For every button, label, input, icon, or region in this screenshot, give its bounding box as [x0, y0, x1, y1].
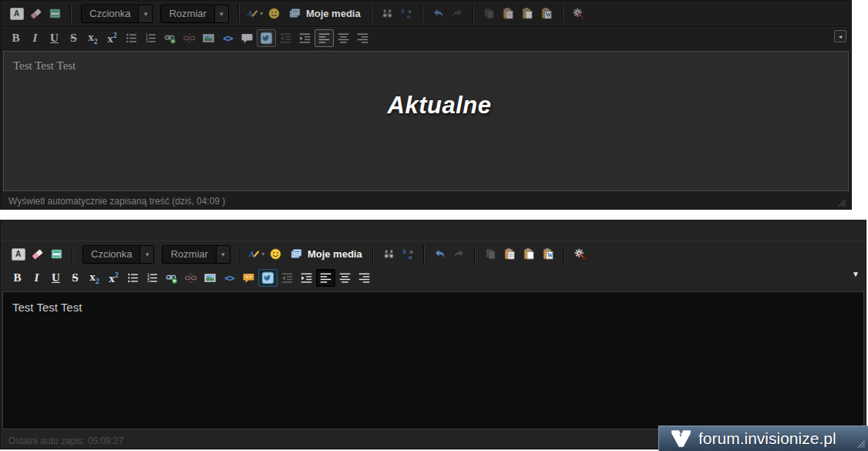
my-media-button[interactable]: Moje media: [284, 7, 365, 20]
resize-grip-icon[interactable]: [836, 197, 847, 208]
templates-button[interactable]: [45, 5, 65, 22]
my-media-button[interactable]: Moje media: [285, 247, 367, 261]
collapse-toolbar-button[interactable]: ▼: [852, 270, 860, 278]
align-right-button[interactable]: [353, 29, 372, 47]
outdent-button[interactable]: [276, 29, 295, 47]
content-text: Test Test Test: [13, 59, 76, 72]
align-right-button[interactable]: [355, 269, 374, 287]
smiley-icon: [269, 247, 282, 261]
indent-button[interactable]: [295, 29, 315, 47]
undo-button[interactable]: [429, 5, 448, 22]
find-button[interactable]: [379, 245, 399, 263]
size-dropdown[interactable]: Rozmiar ▾: [162, 245, 230, 264]
indent-button[interactable]: [297, 269, 316, 287]
emoticons-button[interactable]: [266, 245, 285, 263]
align-left-button[interactable]: [316, 269, 335, 287]
paste-plain-button[interactable]: [520, 245, 539, 263]
insert-link-button[interactable]: [160, 29, 180, 47]
paste-word-button[interactable]: [539, 245, 558, 263]
underline-button[interactable]: U: [45, 29, 64, 47]
align-center-button[interactable]: [335, 269, 355, 287]
insert-tweet-button[interactable]: [258, 269, 278, 287]
align-left-icon: [318, 32, 331, 45]
collapse-toolbar-button[interactable]: ◂: [834, 30, 846, 42]
paste-word-button[interactable]: [537, 5, 557, 22]
replace-button[interactable]: [399, 245, 418, 263]
text-color-button[interactable]: ▾: [247, 245, 266, 263]
paste-plain-button[interactable]: [518, 5, 537, 22]
watermark-label: Aktualne: [388, 92, 492, 119]
editor-old-toolbar-row1: A Czcionka ▾ Rozmiar ▾ ▾ Moje media: [1, 1, 851, 26]
insert-link-button[interactable]: [162, 269, 181, 287]
insert-quote-button[interactable]: [237, 29, 257, 47]
quote-bubble-icon: [242, 271, 255, 284]
emoticons-button[interactable]: [264, 5, 284, 22]
bullet-list-button[interactable]: [122, 29, 141, 47]
autosave-status-text: Wyświetl automatycznie zapisaną treść (d…: [8, 196, 225, 207]
chevron-down-icon: ▾: [138, 5, 152, 22]
paste-icon: [502, 7, 515, 20]
underline-button[interactable]: U: [46, 269, 66, 287]
outdent-button[interactable]: [278, 269, 297, 287]
insert-tweet-button[interactable]: [257, 29, 276, 47]
paste-button[interactable]: [499, 5, 518, 22]
source-icon: A: [10, 8, 24, 20]
subscript-button[interactable]: x2: [85, 269, 104, 287]
italic-button[interactable]: I: [27, 269, 46, 287]
underline-icon: U: [52, 272, 60, 284]
remove-link-button[interactable]: [180, 29, 199, 47]
undo-arrow-icon: [432, 7, 445, 20]
font-dropdown[interactable]: Czcionka ▾: [81, 5, 153, 23]
insert-code-button[interactable]: <>: [220, 269, 239, 287]
italic-icon: I: [33, 32, 38, 44]
templates-button[interactable]: [47, 245, 66, 263]
strikethrough-button[interactable]: S: [64, 29, 83, 47]
paste-button[interactable]: [500, 245, 520, 263]
editor-settings-button[interactable]: [569, 5, 588, 22]
text-color-button[interactable]: ▾: [245, 5, 264, 22]
insert-image-button[interactable]: [200, 269, 220, 287]
strikethrough-button[interactable]: S: [66, 269, 85, 287]
undo-button[interactable]: [430, 245, 449, 263]
size-dropdown[interactable]: Rozmiar ▾: [160, 5, 228, 23]
align-center-button[interactable]: [334, 29, 353, 47]
numbered-list-button[interactable]: [143, 269, 162, 287]
copy-button[interactable]: [479, 5, 499, 22]
insert-quote-button[interactable]: [239, 269, 258, 287]
insert-image-button[interactable]: [199, 29, 218, 47]
redo-arrow-icon: [453, 247, 466, 261]
bold-button[interactable]: B: [6, 29, 25, 47]
numbered-list-button[interactable]: [141, 29, 160, 47]
copy-button[interactable]: [481, 245, 500, 263]
remove-format-button[interactable]: [28, 245, 47, 263]
editor-new-content[interactable]: Test Test Test: [2, 291, 864, 429]
insert-code-button[interactable]: <>: [218, 29, 237, 47]
superscript-button[interactable]: x2: [103, 29, 122, 47]
eraser-icon: [31, 247, 44, 261]
align-left-button[interactable]: [315, 29, 334, 47]
source-button[interactable]: A: [7, 5, 26, 22]
image-icon: [204, 271, 217, 284]
find-button[interactable]: [378, 5, 397, 22]
redo-button[interactable]: [449, 245, 469, 263]
replace-button[interactable]: [397, 5, 416, 22]
remove-format-button[interactable]: [26, 5, 45, 22]
subscript-button[interactable]: x2: [83, 29, 103, 47]
redo-button[interactable]: [448, 5, 467, 22]
chevron-down-icon: ▾: [216, 246, 230, 263]
toolbar-separator: [238, 5, 240, 23]
smiley-icon: [267, 7, 281, 20]
editor-old-content[interactable]: Test Test Test: [3, 51, 849, 191]
superscript-button[interactable]: x2: [104, 269, 123, 287]
font-dropdown[interactable]: Czcionka ▾: [82, 245, 154, 264]
bullet-list-button[interactable]: [123, 269, 143, 287]
bold-button[interactable]: B: [8, 269, 27, 287]
source-button[interactable]: A: [8, 245, 28, 263]
italic-button[interactable]: I: [25, 29, 45, 47]
chevron-down-icon: ▾: [140, 246, 153, 263]
toolbar-separator: [422, 5, 423, 23]
site-branding-bar[interactable]: forum.invisionize.pl: [658, 426, 868, 451]
remove-link-button[interactable]: [181, 269, 200, 287]
editor-settings-button[interactable]: [570, 245, 590, 263]
resize-grip-icon[interactable]: [855, 438, 866, 449]
